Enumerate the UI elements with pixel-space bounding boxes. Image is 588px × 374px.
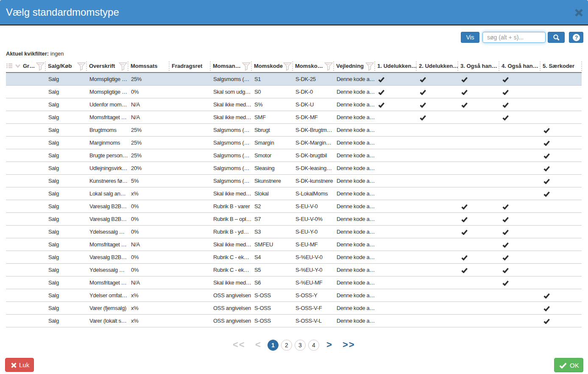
svg-text:?: ? [574, 35, 578, 41]
